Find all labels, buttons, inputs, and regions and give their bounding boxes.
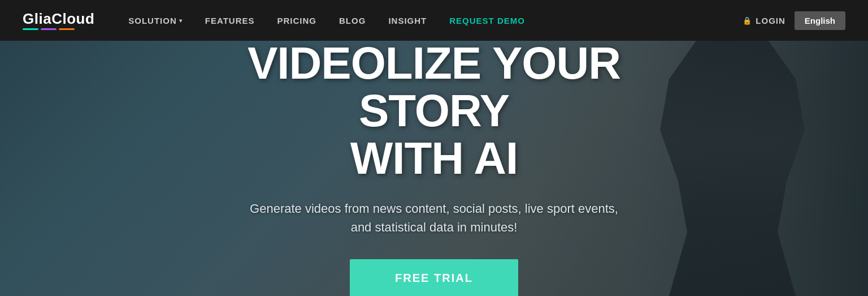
logo-underline (23, 28, 94, 30)
nav-item-insight[interactable]: INSIGHT (388, 16, 427, 25)
logo-bar-purple (41, 28, 57, 30)
lock-icon: 🔒 (743, 16, 752, 25)
hero-section: VIDEOLIZE YOUR STORY WITH AI Generate vi… (0, 41, 868, 296)
hero-subtitle: Generate videos from news content, socia… (225, 199, 643, 237)
free-trial-button[interactable]: FREE TRIAL (350, 259, 518, 296)
navigation: GliaCloud SOLUTION ▾ FEATURES PRICING BL… (0, 0, 868, 41)
nav-item-blog[interactable]: BLOG (339, 16, 366, 25)
language-button[interactable]: English (795, 11, 845, 30)
hero-title: VIDEOLIZE YOUR STORY WITH AI (225, 41, 643, 182)
nav-item-pricing[interactable]: PRICING (277, 16, 317, 25)
nav-links: SOLUTION ▾ FEATURES PRICING BLOG INSIGHT… (128, 16, 743, 25)
nav-right: 🔒 LOGIN English (743, 11, 845, 30)
logo-bar-green (23, 28, 38, 30)
nav-item-features[interactable]: FEATURES (205, 16, 255, 25)
hero-content: VIDEOLIZE YOUR STORY WITH AI Generate vi… (180, 41, 688, 296)
chevron-down-icon: ▾ (179, 18, 183, 24)
login-link[interactable]: 🔒 LOGIN (743, 16, 785, 25)
logo-text: GliaCloud (23, 11, 94, 26)
nav-item-request-demo[interactable]: REQUEST DEMO (449, 16, 525, 25)
nav-item-solution[interactable]: SOLUTION ▾ (128, 16, 183, 25)
logo-bar-orange (59, 28, 75, 30)
logo[interactable]: GliaCloud (23, 11, 94, 30)
